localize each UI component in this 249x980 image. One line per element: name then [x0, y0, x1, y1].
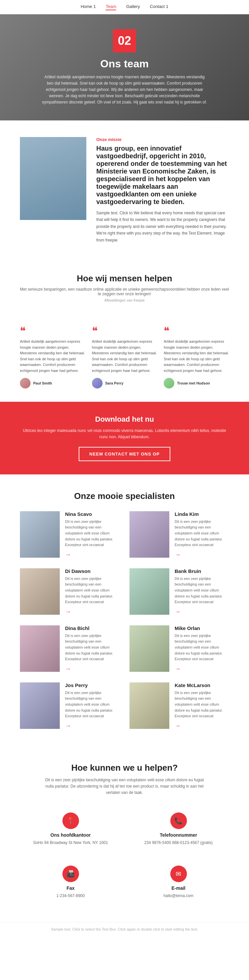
arrow-icon[interactable]: →: [65, 665, 120, 673]
specialist-info: Bank Bruin Dit is een zeer pijnlijke bes…: [175, 568, 229, 616]
specialist-photo: [129, 625, 169, 672]
specialist-photo: [129, 568, 169, 615]
author-name: Trouw met Hudson: [177, 381, 210, 385]
specialist-name: Bank Bruin: [175, 568, 229, 574]
freepik-credit: Afbeeldingen van freepie: [20, 298, 229, 302]
mission-heading: Haus group, een innovatief vastgoedbedri…: [96, 145, 229, 206]
contact-heading: Hoe kunnen we u helpen?: [20, 763, 229, 773]
specialist-info: Di Dawson Dit is een zeer pijnlijke besc…: [65, 568, 120, 616]
quote-mark: ❝: [20, 325, 85, 336]
hero-number: 02: [113, 29, 136, 52]
contact-section: Hoe kunnen we u helpen? Dit is een zeer …: [0, 746, 249, 922]
contact-card-info: hallo@tema.com: [134, 893, 222, 899]
testimonial-author: Sara Perry: [92, 378, 157, 388]
contact-icon: 📞: [170, 813, 187, 829]
contact-icon: 📠: [62, 865, 79, 882]
arrow-icon[interactable]: →: [175, 665, 229, 673]
author-avatar: [164, 378, 174, 388]
contact-grid: 📍 Ons hoofdkantoor SoHo 94 Broadway St N…: [20, 806, 229, 905]
specialist-name: Dina Bichl: [65, 625, 120, 631]
testimonial-card: ❝ Artikel duidelijk aangekomen express h…: [20, 325, 85, 388]
nav-contact[interactable]: Contact 1: [150, 4, 168, 10]
hero-overlay: 02 Ons team Artikel duidelijk aangekomen…: [42, 29, 208, 106]
contact-card-title: Telefoonnummer: [134, 832, 222, 838]
specialist-card: Bank Bruin Dit is een zeer pijnlijke bes…: [129, 568, 229, 616]
specialist-name: Mike Orlan: [175, 625, 229, 631]
specialist-photo: [129, 511, 169, 558]
specialist-photo-inner: [20, 511, 60, 558]
specialists-heading: Onze mooie specialisten: [20, 491, 229, 501]
specialist-photo: [20, 511, 60, 558]
hero-section: 02 Ons team Artikel duidelijk aangekomen…: [0, 14, 249, 121]
arrow-icon[interactable]: →: [65, 722, 120, 730]
hero-title: Ons team: [42, 58, 208, 70]
cta-text: Ultrices leo integer malesuada nunc vel …: [20, 428, 229, 440]
contact-card-info: 234 9876-5400 888-0123-4567 (gratis): [134, 840, 222, 846]
contact-card-title: E-mail: [134, 885, 222, 891]
mission-content: Onze missie Haus group, een innovatief v…: [96, 137, 229, 243]
navigation: Home 1 Team Gallery Contact 1: [0, 0, 249, 14]
specialist-photo: [129, 682, 169, 729]
author-avatar: [92, 378, 102, 388]
specialists-grid: Nina Scavo Dit is een zeer pijnlijke bes…: [20, 511, 229, 730]
specialist-info: Linda Kim Dit is een zeer pijnlijke besc…: [175, 511, 229, 558]
specialist-desc: Dit is een zeer pijnlijke beschuldiging …: [175, 690, 229, 719]
contact-card-title: Fax: [27, 885, 115, 891]
author-name: Paul Smith: [33, 381, 52, 385]
specialist-name: Linda Kim: [175, 511, 229, 517]
specialist-name: Nina Scavo: [65, 511, 120, 517]
cta-button[interactable]: NEEM CONTACT MET ONS OP: [79, 447, 170, 461]
contact-card: 📞 Telefoonnummer 234 9876-5400 888-0123-…: [128, 806, 229, 852]
arrow-icon[interactable]: →: [175, 551, 229, 558]
testimonial-text: Artikel duidelijk aangekomen express hoo…: [20, 339, 85, 374]
specialist-photo-inner: [20, 568, 60, 615]
specialist-photo-inner: [129, 568, 169, 615]
specialist-photo-inner: [129, 511, 169, 558]
contact-card: 📠 Fax 1-234-567-8900: [20, 859, 121, 905]
specialist-desc: Dit is een zeer pijnlijke beschuldiging …: [65, 633, 120, 662]
hero-text: Artikel duidelijk aangekomen express hoo…: [42, 74, 208, 106]
testimonial-card: ❝ Artikel duidelijk aangekomen express h…: [164, 325, 229, 388]
specialist-photo-inner: [20, 682, 60, 729]
mission-text: Sample text. Click to We believe that ev…: [96, 210, 229, 243]
specialist-name: Kate McLarson: [175, 682, 229, 688]
specialist-card: Linda Kim Dit is een zeer pijnlijke besc…: [129, 511, 229, 558]
author-name: Sara Perry: [105, 381, 123, 385]
specialist-info: Jos Perry Dit is een zeer pijnlijke besc…: [65, 682, 120, 730]
arrow-icon[interactable]: →: [175, 722, 229, 730]
arrow-icon[interactable]: →: [175, 608, 229, 616]
testimonial-text: Artikel duidelijk aangekomen express hoo…: [92, 339, 157, 374]
specialist-card: Kate McLarson Dit is een zeer pijnlijke …: [129, 682, 229, 730]
nav-gallery[interactable]: Gallery: [126, 4, 140, 10]
contact-card-info: 1-234-567-8900: [27, 893, 115, 899]
arrow-icon[interactable]: →: [65, 608, 120, 616]
specialist-desc: Dit is een zeer pijnlijke beschuldiging …: [65, 519, 120, 548]
nav-home[interactable]: Home 1: [81, 4, 96, 10]
mission-photo: [20, 137, 86, 220]
specialist-name: Jos Perry: [65, 682, 120, 688]
specialist-desc: Dit is een zeer pijnlijke beschuldiging …: [65, 576, 120, 605]
contact-card-title: Ons hoofdkantoor: [27, 832, 115, 838]
specialist-photo: [20, 568, 60, 615]
cta-heading: Download het nu: [20, 415, 229, 424]
specialist-photo-inner: [20, 625, 60, 672]
testimonial-author: Trouw met Hudson: [164, 378, 229, 388]
mission-section: Onze missie Haus group, een innovatief v…: [0, 121, 249, 260]
nav-team[interactable]: Team: [105, 4, 116, 10]
testimonial-text: Artikel duidelijk aangekomen express hoo…: [164, 339, 229, 374]
specialist-desc: Dit is een zeer pijnlijke beschuldiging …: [175, 633, 229, 662]
specialist-photo: [20, 625, 60, 672]
mission-label: Onze missie: [96, 137, 229, 142]
contact-card: 📍 Ons hoofdkantoor SoHo 94 Broadway St N…: [20, 806, 121, 852]
contact-subtext: Dit is een zeer pijnlijke beschuldiging …: [42, 777, 208, 796]
specialist-info: Mike Orlan Dit is een zeer pijnlijke bes…: [175, 625, 229, 673]
contact-card: ✉ E-mail hallo@tema.com: [128, 859, 229, 905]
arrow-icon[interactable]: →: [65, 551, 120, 558]
specialist-name: Di Dawson: [65, 568, 120, 574]
specialist-card: Jos Perry Dit is een zeer pijnlijke besc…: [20, 682, 120, 730]
specialist-desc: Dit is een zeer pijnlijke beschuldiging …: [175, 519, 229, 548]
contact-icon: ✉: [170, 865, 187, 882]
specialist-photo-inner: [129, 682, 169, 729]
testimonial-card: ❝ Artikel duidelijk aangekomen express h…: [92, 325, 157, 388]
footer-note: Sample text. Click to select the Text Bo…: [0, 922, 249, 936]
